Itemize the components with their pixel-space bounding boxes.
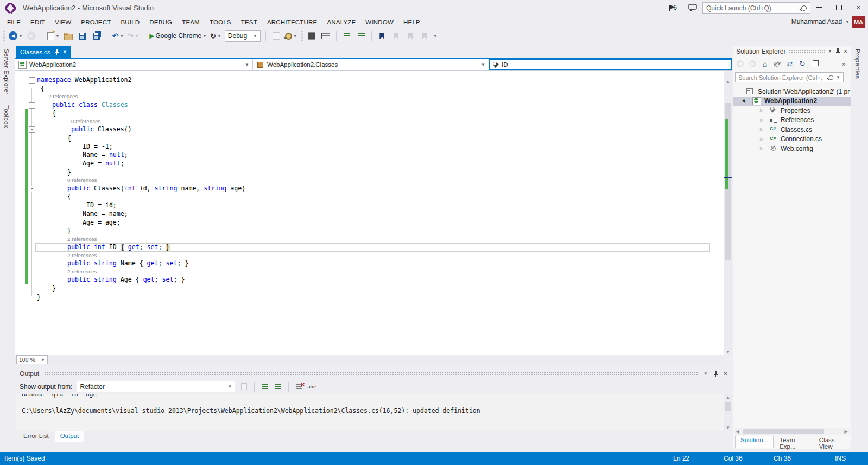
menu-window[interactable]: WINDOW [360, 17, 398, 27]
open-file-button[interactable] [63, 30, 74, 42]
clear-bookmarks-button[interactable] [419, 30, 430, 42]
code-line[interactable]: -public Classes(int id, string name, str… [15, 184, 724, 193]
expanded-arrow-icon[interactable]: ▶ [742, 98, 747, 104]
pin-icon[interactable] [54, 49, 59, 55]
tab-output[interactable]: Output [55, 431, 85, 442]
collapsed-arrow-icon[interactable]: ▷ [760, 108, 763, 113]
refresh-button[interactable]: ↻ [798, 60, 807, 68]
codelens-line[interactable]: 0 references [15, 176, 724, 184]
fold-marker[interactable]: - [29, 102, 35, 109]
code-line[interactable]: ID = -1; [15, 143, 724, 151]
code-line[interactable]: -public Classes() [15, 125, 724, 134]
editor-vertical-scrollbar[interactable]: ▲ ▼ [724, 71, 732, 355]
menu-edit[interactable]: EDIT [26, 17, 50, 27]
code-line[interactable]: { [15, 134, 724, 143]
collapsed-arrow-icon[interactable]: ▷ [760, 137, 763, 142]
scroll-right-icon[interactable]: ▶ [842, 428, 850, 435]
menu-analyze[interactable]: ANALYZE [322, 17, 360, 27]
toolbar-overflow-button[interactable]: » [839, 60, 848, 68]
new-file-button[interactable]: ▼ [47, 30, 60, 42]
next-bookmark-button[interactable] [405, 30, 416, 42]
forward-button[interactable]: ▶ [748, 60, 757, 68]
menu-project[interactable]: PROJECT [76, 17, 116, 27]
tab-classes-cs[interactable]: Classes.cs × [16, 46, 71, 58]
tab-class-view[interactable]: Class View [814, 436, 851, 448]
undo-button[interactable]: ↶▼ [112, 30, 124, 42]
close-tab-icon[interactable]: × [63, 49, 67, 55]
start-debugging-button[interactable]: ▶ Google Chrome ▼ [149, 30, 207, 42]
code-line[interactable]: Age = null; [15, 160, 724, 168]
scroll-down-icon[interactable]: ▼ [724, 424, 732, 431]
redo-button[interactable]: ↷▼ [128, 30, 140, 42]
tree-item-connection-cs[interactable]: ▷C#Connection.cs [733, 135, 851, 144]
tab-error-list[interactable]: Error List [18, 431, 54, 442]
tree-item-classes-cs[interactable]: ▷C#Classes.cs [733, 125, 851, 135]
code-editor[interactable]: -namespace WebApplication2{2 references-… [15, 71, 732, 355]
codelens-line[interactable]: 2 references [15, 268, 724, 276]
toolbar-grip[interactable] [3, 31, 5, 41]
pending-changes-filter-button[interactable]: ▼ [773, 60, 782, 68]
signed-in-user[interactable]: Muhammad Asad ▼ [791, 18, 850, 26]
fold-marker[interactable]: - [29, 126, 35, 133]
code-line[interactable]: { [15, 109, 724, 118]
scroll-left-icon[interactable]: ◀ [734, 428, 741, 435]
code-area[interactable]: -namespace WebApplication2{2 references-… [15, 71, 724, 355]
collapse-all-button[interactable] [810, 60, 819, 68]
code-line[interactable]: } [15, 293, 724, 302]
attach-to-process-button[interactable] [271, 30, 282, 42]
solution-explorer-search-input[interactable]: Search Solution Explorer (Ctrl+; ▼ [735, 72, 844, 82]
code-line[interactable]: Age = age; [15, 219, 724, 227]
output-scrollbar[interactable]: ▲ ▼ [724, 394, 732, 431]
pin-icon[interactable] [713, 371, 718, 377]
zoom-level-dropdown[interactable]: 100 %▼ [16, 355, 48, 364]
code-line[interactable]: { [15, 193, 724, 201]
increase-indent-button[interactable] [356, 30, 366, 42]
output-source-dropdown[interactable]: Refactor▼ [77, 381, 235, 392]
fold-marker[interactable]: - [29, 77, 35, 84]
editor-horizontal-scrollbar[interactable] [49, 356, 724, 364]
goto-previous-message-button[interactable] [261, 383, 269, 391]
window-position-icon[interactable]: ▼ [828, 49, 832, 54]
codelens-line[interactable]: 2 references [15, 93, 724, 100]
type-dropdown[interactable]: WebApplication2.Classes ▼ [253, 59, 489, 70]
collapsed-arrow-icon[interactable]: ▷ [760, 118, 763, 123]
member-dropdown[interactable]: ID [489, 59, 732, 70]
save-all-button[interactable] [91, 30, 102, 42]
refresh-button[interactable]: ↻▼ [210, 30, 221, 42]
scrollbar-thumb[interactable] [725, 402, 731, 411]
feedback-icon[interactable] [688, 4, 697, 11]
code-line[interactable]: -public class Classes [15, 101, 724, 110]
tree-item-properties[interactable]: ▷Properties [733, 106, 851, 116]
member-list-button[interactable] [320, 30, 331, 42]
code-line[interactable]: Name = name; [15, 210, 724, 219]
toggle-word-wrap-button[interactable]: ab↵ [308, 383, 316, 391]
tab-solution-[interactable]: Solution... [735, 436, 774, 448]
rail-tab-toolbox[interactable]: Toolbox [0, 100, 13, 133]
window-position-icon[interactable]: ▼ [704, 371, 708, 376]
toggle-bookmark-button[interactable] [377, 30, 388, 42]
minimize-button[interactable] [812, 1, 827, 13]
home-button[interactable]: ⌂ [761, 60, 769, 68]
navigate-to-button[interactable] [306, 30, 317, 42]
project-dropdown[interactable]: WebApplication2 ▼ [15, 59, 253, 70]
restore-button[interactable] [831, 1, 846, 13]
code-line[interactable]: } [15, 284, 724, 293]
menu-file[interactable]: FILE [2, 17, 26, 27]
fold-marker[interactable]: - [29, 186, 35, 192]
goto-next-message-button[interactable] [274, 383, 282, 391]
output-text-area[interactable]: Rename 'qid' to 'age' C:\Users\lAzZy\doc… [16, 394, 724, 431]
menu-view[interactable]: VIEW [50, 17, 76, 27]
tab-team-exp-[interactable]: Team Exp... [775, 436, 813, 448]
solution-explorer-title-bar[interactable]: Solution Explorer ▼ × [733, 46, 851, 57]
menu-tools[interactable]: TOOLS [205, 17, 236, 27]
decrease-indent-button[interactable] [341, 30, 352, 42]
previous-bookmark-button[interactable] [391, 30, 402, 42]
code-line[interactable]: public string Age { get; set; } [15, 276, 724, 284]
rail-tab-server-explorer[interactable]: Server Explorer [0, 43, 13, 100]
clear-all-output-button[interactable] [295, 383, 303, 391]
code-line[interactable]: } [15, 168, 724, 177]
menu-help[interactable]: HELP [398, 17, 425, 27]
code-line[interactable]: ID = id; [15, 201, 724, 210]
notifications-button[interactable]: 6 [669, 4, 677, 11]
close-icon[interactable]: × [724, 371, 727, 377]
